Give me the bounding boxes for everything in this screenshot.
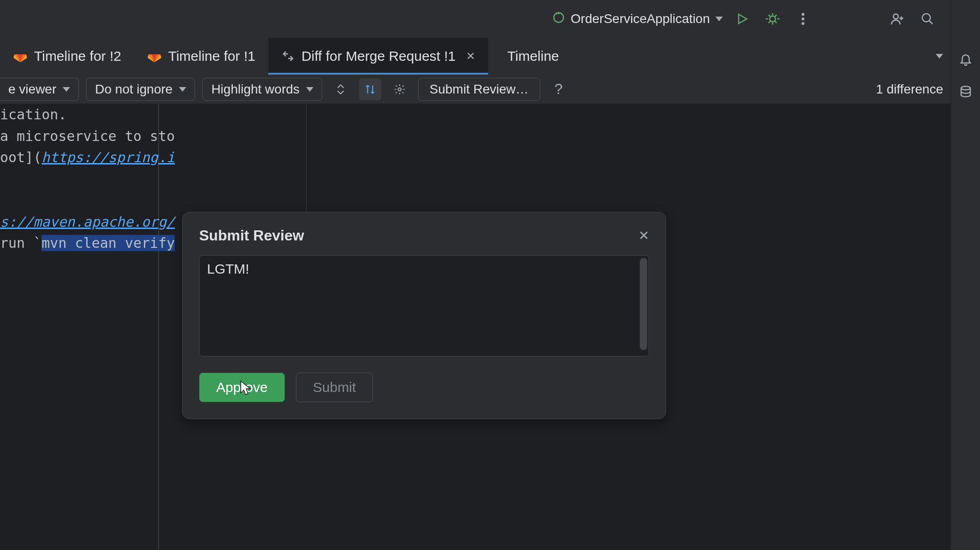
run-configuration-selector[interactable]: OrderServiceApplication <box>552 11 723 27</box>
submit-review-popup: Submit Review ✕ Approve Submit <box>182 212 666 419</box>
close-popup-button[interactable]: ✕ <box>638 228 649 243</box>
svg-point-5 <box>802 22 804 25</box>
debug-button[interactable] <box>762 8 784 30</box>
tab-timeline-1[interactable]: Timeline for !1 <box>134 38 268 75</box>
mouse-cursor-icon <box>240 380 253 397</box>
search-button[interactable] <box>916 8 939 30</box>
textarea-scrollbar[interactable] <box>640 258 647 350</box>
diff-toolbar: e viewer Do not ignore Highlight words S… <box>0 75 980 104</box>
highlight-mode-dropdown[interactable]: Highlight words <box>202 78 322 101</box>
sync-scroll-button[interactable] <box>359 78 381 100</box>
svg-marker-1 <box>739 14 747 23</box>
diff-count-label: 1 difference <box>876 82 943 97</box>
review-comment-textarea[interactable] <box>199 255 649 357</box>
svg-point-12 <box>398 88 401 91</box>
run-config-icon <box>552 11 565 27</box>
svg-point-13 <box>961 87 970 90</box>
svg-point-2 <box>770 16 776 22</box>
svg-point-6 <box>893 14 898 19</box>
tabs-dropdown-button[interactable] <box>928 45 950 67</box>
diff-settings-button[interactable] <box>389 78 411 100</box>
ignore-mode-dropdown[interactable]: Do not ignore <box>86 78 195 101</box>
database-button[interactable] <box>955 81 977 103</box>
chevron-down-icon <box>63 87 70 92</box>
svg-point-3 <box>802 13 804 16</box>
notifications-button[interactable] <box>955 48 977 70</box>
diff-icon <box>281 49 295 63</box>
chevron-down-icon <box>936 54 943 59</box>
dropdown-label: Do not ignore <box>95 82 172 97</box>
left-diff-pane[interactable]: ication. a microservice to sto oot](http… <box>0 104 175 254</box>
tab-timeline-truncated[interactable]: Timeline <box>488 38 571 75</box>
dropdown-label: Highlight words <box>211 82 299 97</box>
svg-point-7 <box>922 14 931 22</box>
main-toolbar: OrderServiceApplication <box>0 0 980 38</box>
chevron-down-icon <box>179 87 186 92</box>
close-tab-button[interactable]: ✕ <box>466 50 475 63</box>
tab-label: Timeline <box>508 48 559 64</box>
gitlab-icon <box>13 49 28 64</box>
tab-label: Diff for Merge Request !1 <box>301 48 456 64</box>
button-label: Submit Review… <box>430 82 529 96</box>
submit-review-toolbar-button[interactable]: Submit Review… <box>418 78 540 101</box>
tab-label: Timeline for !1 <box>168 48 255 64</box>
chevron-down-icon <box>715 17 723 21</box>
gitlab-icon <box>147 49 162 64</box>
tab-timeline-2[interactable]: Timeline for !2 <box>0 38 134 75</box>
help-button[interactable]: ? <box>548 78 570 100</box>
svg-point-4 <box>802 18 804 20</box>
more-actions-button[interactable] <box>792 8 814 30</box>
run-config-label: OrderServiceApplication <box>571 12 710 26</box>
tab-diff-mr-1[interactable]: Diff for Merge Request !1 ✕ <box>268 38 488 75</box>
popup-title: Submit Review <box>199 227 304 244</box>
tab-label: Timeline for !2 <box>34 48 121 64</box>
diff-editor: ication. a microservice to sto oot](http… <box>0 104 950 550</box>
editor-tabs: Timeline for !2 Timeline for !1 Diff for… <box>0 38 980 75</box>
right-tool-rail <box>950 0 980 550</box>
dropdown-label: e viewer <box>8 82 56 97</box>
run-button[interactable] <box>731 8 753 30</box>
viewer-mode-dropdown[interactable]: e viewer <box>0 78 79 101</box>
chevron-down-icon <box>306 87 313 92</box>
submit-button[interactable]: Submit <box>296 373 373 402</box>
collapse-unchanged-button[interactable] <box>330 78 352 100</box>
code-with-me-button[interactable] <box>886 8 908 30</box>
